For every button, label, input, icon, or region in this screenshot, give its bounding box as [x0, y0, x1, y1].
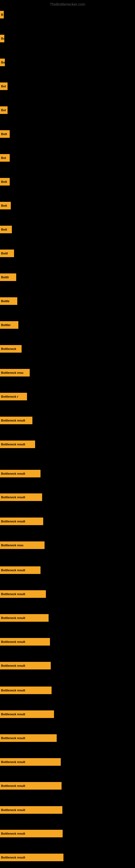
bar-31: Bottleneck result: [0, 758, 61, 766]
bar-item-23: Bottleneck result: [0, 566, 41, 574]
bar-item-15: Bottleneck resu: [0, 369, 30, 376]
bar-label-26: Bottleneck result: [1, 640, 25, 643]
bar-label-0: B: [1, 13, 3, 16]
bar-5: Bott: [0, 130, 10, 138]
bar-item-26: Bottleneck result: [0, 638, 50, 646]
bar-label-23: Bottleneck result: [1, 568, 25, 572]
bar-label-33: Bottleneck result: [1, 808, 25, 812]
site-title: TheBottlenecker.com: [50, 2, 85, 6]
bar-item-27: Bottleneck result: [0, 662, 51, 670]
bar-item-34: Bottleneck result: [0, 830, 63, 837]
bar-34: Bottleneck result: [0, 830, 63, 837]
bar-item-5: Bott: [0, 130, 10, 138]
bar-label-5: Bott: [1, 132, 7, 135]
bar-0: B: [0, 11, 4, 19]
bar-32: Bottleneck result: [0, 782, 61, 789]
bar-22: Bottleneck resu: [0, 541, 45, 549]
bar-item-25: Bottleneck result: [0, 614, 49, 622]
bar-item-35: Bottleneck result: [0, 854, 63, 861]
bar-18: Bottleneck result: [0, 440, 35, 448]
bar-19: Bottleneck result: [0, 470, 41, 477]
bar-10: Bottl: [0, 250, 14, 257]
bar-15: Bottleneck resu: [0, 369, 30, 376]
bar-item-28: Bottleneck result: [0, 686, 52, 694]
bar-label-16: Bottleneck r: [1, 395, 18, 398]
bar-item-14: Bottleneck: [0, 345, 21, 352]
bar-item-10: Bottl: [0, 250, 14, 257]
bar-8: Bott: [0, 202, 11, 209]
bar-6: Bot: [0, 154, 10, 162]
bar-label-24: Bottleneck result: [1, 592, 25, 596]
bar-label-29: Bottleneck result: [1, 713, 25, 716]
bar-item-7: Bott: [0, 178, 10, 186]
bar-label-7: Bott: [1, 180, 7, 183]
bar-label-22: Bottleneck resu: [1, 544, 24, 547]
bar-item-24: Bottleneck result: [0, 590, 46, 598]
bar-7: Bott: [0, 178, 10, 186]
bar-29: Bottleneck result: [0, 710, 54, 718]
bar-label-18: Bottleneck result: [1, 443, 25, 446]
bar-item-13: Bottler: [0, 321, 18, 329]
bar-item-6: Bot: [0, 154, 10, 162]
bar-item-20: Bottleneck result: [0, 493, 42, 501]
bar-label-30: Bottleneck result: [1, 737, 25, 740]
bar-item-0: B: [0, 11, 4, 19]
bar-17: Bottleneck result: [0, 416, 32, 424]
bar-23: Bottleneck result: [0, 566, 41, 574]
bar-item-8: Bott: [0, 202, 11, 209]
bar-16: Bottleneck r: [0, 393, 27, 400]
bar-25: Bottleneck result: [0, 614, 49, 622]
bar-30: Bottleneck result: [0, 734, 57, 742]
bar-20: Bottleneck result: [0, 493, 42, 501]
bar-35: Bottleneck result: [0, 854, 63, 861]
bar-21: Bottleneck result: [0, 518, 43, 525]
bar-label-4: Bot: [1, 108, 6, 112]
bar-33: Bottleneck result: [0, 806, 62, 814]
bar-24: Bottleneck result: [0, 590, 46, 598]
bar-label-15: Bottleneck resu: [1, 371, 24, 374]
bar-label-17: Bottleneck result: [1, 419, 25, 422]
bar-label-21: Bottleneck result: [1, 520, 25, 523]
bar-label-20: Bottleneck result: [1, 496, 25, 499]
bar-27: Bottleneck result: [0, 662, 51, 670]
bar-item-32: Bottleneck result: [0, 782, 61, 789]
bar-11: Bottlr: [0, 273, 16, 281]
bar-12: Bottle: [0, 297, 17, 305]
bar-3: Bot: [0, 83, 8, 90]
bar-item-3: Bot: [0, 83, 8, 90]
bar-13: Bottler: [0, 321, 18, 329]
bar-9: Bott: [0, 226, 12, 233]
bar-item-16: Bottleneck r: [0, 393, 27, 400]
bar-item-22: Bottleneck resu: [0, 541, 45, 549]
bar-item-11: Bottlr: [0, 273, 16, 281]
bar-26: Bottleneck result: [0, 638, 50, 646]
bar-item-12: Bottle: [0, 297, 17, 305]
bar-item-18: Bottleneck result: [0, 440, 35, 448]
bar-label-6: Bot: [1, 156, 6, 159]
bar-label-19: Bottleneck result: [1, 472, 25, 475]
bar-label-31: Bottleneck result: [1, 760, 25, 764]
bar-item-17: Bottleneck result: [0, 416, 32, 424]
bar-label-12: Bottle: [1, 300, 9, 303]
bar-label-10: Bottl: [1, 252, 8, 255]
bar-2: Bo: [0, 59, 5, 66]
bar-label-27: Bottleneck result: [1, 664, 25, 667]
bar-label-11: Bottlr: [1, 276, 9, 279]
bar-label-2: Bo: [1, 61, 5, 64]
bar-1: Bo: [0, 35, 4, 42]
bar-item-30: Bottleneck result: [0, 734, 57, 742]
bar-4: Bot: [0, 106, 8, 114]
bar-item-29: Bottleneck result: [0, 710, 54, 718]
bar-28: Bottleneck result: [0, 686, 52, 694]
bar-label-35: Bottleneck result: [1, 856, 25, 859]
bar-item-19: Bottleneck result: [0, 470, 41, 477]
bar-item-9: Bott: [0, 226, 12, 233]
bar-label-9: Bott: [1, 228, 7, 231]
bar-item-21: Bottleneck result: [0, 518, 43, 525]
bar-item-4: Bot: [0, 106, 8, 114]
bar-label-28: Bottleneck result: [1, 689, 25, 692]
bar-label-32: Bottleneck result: [1, 784, 25, 787]
bar-14: Bottleneck: [0, 345, 21, 352]
bar-label-14: Bottleneck: [1, 347, 16, 350]
bar-label-25: Bottleneck result: [1, 616, 25, 620]
